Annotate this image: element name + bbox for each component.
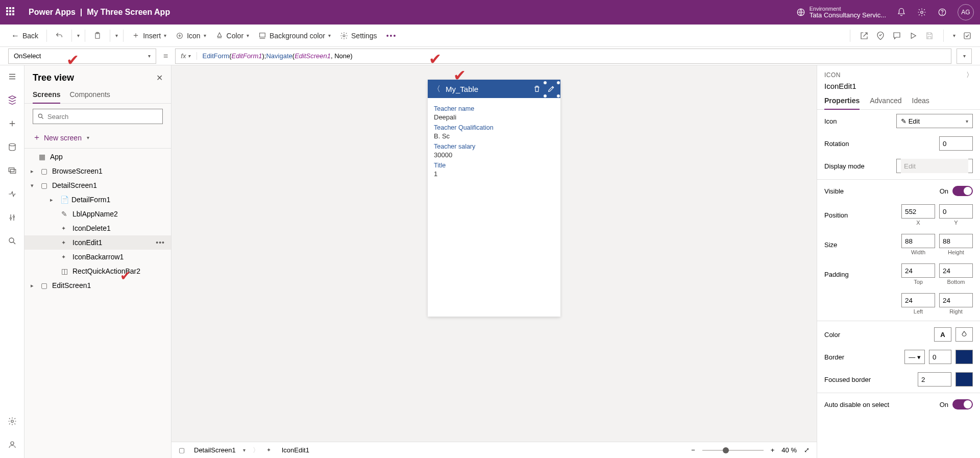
screen-icon: ▢ — [179, 446, 187, 454]
back-icon[interactable]: 〈 — [433, 84, 440, 94]
data-rail-icon[interactable] — [6, 141, 18, 153]
help-icon[interactable] — [937, 7, 947, 17]
svg-rect-7 — [260, 33, 265, 37]
zoom-in-icon[interactable]: + — [771, 446, 775, 454]
tree-node-browsescreen[interactable]: ▸▢BrowseScreen1 — [24, 164, 171, 178]
notifications-icon[interactable] — [896, 7, 906, 17]
expand-props-icon[interactable]: 〉 — [966, 70, 973, 80]
autodisable-toggle[interactable] — [952, 399, 973, 409]
color-button[interactable]: Color▾ — [212, 30, 252, 42]
tree-node-detailform[interactable]: ▸📄DetailForm1 — [24, 192, 171, 207]
pad-left-input[interactable] — [901, 293, 935, 307]
field-label: Teacher Qualification — [434, 124, 554, 131]
paste-button[interactable] — [90, 30, 105, 42]
settings-rail-icon[interactable] — [6, 415, 18, 427]
checker-icon[interactable] — [876, 31, 885, 40]
control-name: IconEdit1 — [817, 82, 980, 93]
tab-screens[interactable]: Screens — [33, 87, 60, 104]
width-input[interactable] — [901, 234, 935, 248]
save-icon[interactable] — [925, 31, 934, 40]
tree-node-iconback[interactable]: ✦IconBackarrow1 — [24, 250, 171, 264]
tree-node-iconedit[interactable]: ✦IconEdit1••• — [24, 235, 171, 250]
tab-properties[interactable]: Properties — [824, 93, 860, 110]
insert-button[interactable]: ＋Insert▾ — [129, 28, 169, 43]
field-value: B. Sc — [434, 132, 554, 140]
visible-toggle[interactable] — [952, 186, 973, 196]
pad-right-input[interactable] — [939, 293, 973, 307]
tab-ideas[interactable]: Ideas — [912, 93, 929, 109]
back-button[interactable]: ←Back — [8, 29, 41, 42]
tree-node-detailscreen[interactable]: ▾▢DetailScreen1 — [24, 178, 171, 192]
svg-point-15 — [9, 238, 14, 243]
canvas[interactable]: ✔ 〈 My_Table Teacher name Deepali — [172, 65, 817, 458]
pad-top-input[interactable] — [901, 263, 935, 278]
left-rail — [0, 65, 24, 458]
close-tree-icon[interactable]: ✕ — [156, 73, 163, 83]
insert-rail-icon[interactable] — [6, 117, 18, 130]
search-input[interactable] — [47, 113, 158, 120]
rotation-input[interactable] — [939, 136, 973, 151]
tree-node-lblappname[interactable]: ✎LblAppName2 — [24, 207, 171, 221]
tree-view-icon[interactable] — [6, 94, 18, 106]
fill-color-swatch[interactable] — [955, 327, 973, 342]
canvas-footer: ▢ DetailScreen1 ▾ 〉 ✦ IconEdit1 − + 40 %… — [172, 442, 817, 458]
focused-border-color-swatch[interactable] — [955, 372, 973, 387]
paste-split-chevron-icon[interactable]: ▾ — [115, 33, 118, 38]
tree-search[interactable] — [33, 109, 163, 124]
publish-icon[interactable] — [963, 31, 972, 40]
edit-icon[interactable] — [547, 85, 555, 93]
breadcrumb-element[interactable]: IconEdit1 — [282, 446, 309, 454]
flow-rail-icon[interactable] — [6, 188, 18, 200]
tab-advanced[interactable]: Advanced — [870, 93, 901, 109]
height-input[interactable] — [939, 234, 973, 248]
font-color-swatch[interactable]: A — [934, 327, 951, 342]
media-rail-icon[interactable] — [6, 164, 18, 177]
icon-picker[interactable]: ✎ Edit▾ — [896, 114, 973, 128]
border-style[interactable]: — ▾ — [904, 350, 925, 364]
field-value: 1 — [434, 170, 554, 178]
pos-y-input[interactable] — [939, 204, 973, 219]
field-label: Title — [434, 162, 554, 169]
tab-components[interactable]: Components — [69, 87, 110, 103]
breadcrumb-screen[interactable]: DetailScreen1 — [194, 446, 236, 454]
border-width-input[interactable] — [929, 350, 951, 364]
check-annotation: ✔ — [66, 51, 79, 69]
environment-picker[interactable]: EnvironmentTata Consultancy Servic... — [796, 6, 886, 19]
formula-input[interactable]: fx▾ EditForm(EditForm1);Navigate(EditScr… — [175, 49, 951, 64]
undo-button[interactable] — [52, 30, 66, 42]
property-selector[interactable]: OnSelect▾ — [8, 49, 156, 64]
tree-node-app[interactable]: ▦App — [24, 150, 171, 164]
hamburger-icon[interactable] — [6, 70, 18, 83]
app-launcher-icon[interactable] — [6, 7, 16, 17]
more-icon[interactable]: ••• — [156, 238, 165, 247]
overflow-icon[interactable]: ••• — [383, 30, 400, 42]
zoom-out-icon[interactable]: − — [691, 446, 695, 454]
share-icon[interactable] — [860, 31, 869, 40]
tree-node-rectbar[interactable]: ◫RectQuickActionBar2 — [24, 264, 171, 278]
publish-split-chevron-icon[interactable]: ▾ — [953, 33, 955, 38]
svg-point-13 — [10, 218, 11, 219]
bgcolor-button[interactable]: Background color▾ — [255, 30, 334, 42]
undo-split-chevron-icon[interactable]: ▾ — [77, 33, 80, 38]
settings-button[interactable]: Settings — [337, 30, 380, 42]
tree-node-icondelete[interactable]: ✦IconDelete1 — [24, 221, 171, 235]
preview-icon[interactable] — [909, 31, 918, 40]
virtual-agent-icon[interactable] — [6, 439, 18, 451]
new-screen-button[interactable]: ＋New screen▾ — [24, 129, 171, 149]
settings-icon[interactable] — [917, 7, 927, 17]
expand-formula-icon[interactable]: ▾ — [957, 49, 972, 64]
border-color-swatch[interactable] — [955, 350, 973, 364]
pos-x-input[interactable] — [901, 204, 935, 219]
add-icon-button[interactable]: Icon▾ — [173, 30, 209, 42]
delete-icon[interactable] — [533, 85, 541, 93]
tools-rail-icon[interactable] — [6, 211, 18, 224]
comments-icon[interactable] — [892, 31, 901, 40]
zoom-slider[interactable] — [702, 450, 764, 451]
fit-icon[interactable]: ⤢ — [804, 446, 810, 454]
tree-node-editscreen[interactable]: ▸▢EditScreen1 — [24, 278, 171, 293]
command-bar: ←Back ▾ ▾ ＋Insert▾ Icon▾ Color▾ Backgrou… — [0, 25, 980, 47]
search-rail-icon[interactable] — [6, 235, 18, 247]
user-avatar[interactable]: AG — [958, 4, 974, 20]
focused-border-input[interactable] — [918, 372, 951, 387]
pad-bottom-input[interactable] — [939, 263, 973, 278]
